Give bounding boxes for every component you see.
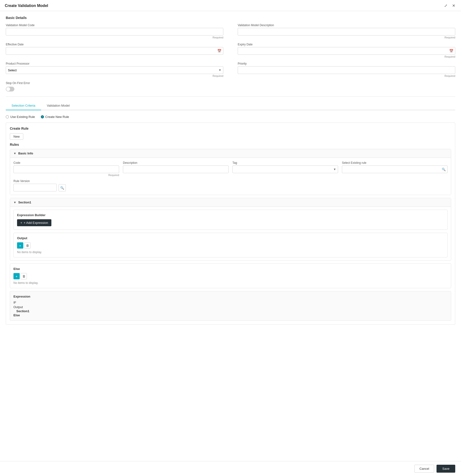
else-action-buttons: + 🗑	[13, 273, 448, 279]
description-label: Description	[123, 161, 229, 164]
priority-label: Priority	[238, 62, 455, 65]
section1-title: Section1	[18, 201, 31, 204]
rule-radio-group: Use Existing Rule Create New Rule	[6, 115, 455, 119]
tag-select[interactable]	[232, 165, 338, 173]
priority-required: Required	[238, 75, 455, 77]
product-processor-label: Product Processor	[6, 62, 223, 65]
output-title: Output	[17, 236, 444, 240]
select-existing-rule-group: Select Existing rule 🔍	[342, 161, 448, 177]
close-icon[interactable]: ✕	[451, 3, 456, 8]
effective-date-group: Effective Date September 30, 2020 📅	[6, 43, 223, 58]
basic-info-header[interactable]: ▼ Basic Info	[10, 149, 451, 158]
code-group: Code Required	[13, 161, 119, 177]
stop-on-first-error-toggle-wrapper	[6, 86, 455, 92]
new-button[interactable]: New	[10, 133, 23, 140]
output-add-button[interactable]: +	[17, 242, 23, 249]
section1-header[interactable]: ▼ Section1	[10, 198, 451, 207]
code-label: Code	[13, 161, 119, 164]
code-input[interactable]	[13, 165, 119, 173]
expression-builder-title: Expression Builder	[17, 213, 444, 217]
create-new-rule-label[interactable]: Create New Rule	[41, 115, 69, 119]
plus-icon-add-expression: +	[20, 221, 22, 225]
validation-model-code-group: Validation Model Code Required	[6, 24, 223, 39]
expression-preview-title: Expression	[13, 295, 448, 298]
modal-header: Create Validation Model ⤢ ✕	[0, 0, 461, 11]
modal-header-icons: ⤢ ✕	[443, 3, 456, 8]
expiry-date-label: Expiry Date	[238, 43, 455, 46]
product-processor-select[interactable]: Select	[6, 66, 223, 74]
use-existing-rule-radio[interactable]	[6, 115, 9, 119]
save-button[interactable]: Save	[436, 465, 455, 473]
tab-validation-model[interactable]: Validation Model	[41, 101, 75, 110]
stop-on-first-error-group: Stop On First Error	[6, 81, 455, 92]
description-group: Description	[123, 161, 229, 177]
tab-selection-criteria[interactable]: Selection Criteria	[6, 101, 41, 110]
create-validation-modal: Create Validation Model ⤢ ✕ Basic Detail…	[0, 0, 461, 476]
create-new-rule-radio[interactable]	[41, 115, 44, 119]
product-processor-group: Product Processor Select ▼ Required	[6, 62, 223, 77]
output-delete-button[interactable]: 🗑	[24, 242, 31, 249]
output-box: Output + 🗑 No items to display.	[13, 233, 448, 257]
expression-preview-box: Expression IF Output Section1 Else	[10, 291, 451, 321]
expression-output-label: Output	[13, 305, 448, 309]
expiry-date-input[interactable]	[238, 47, 455, 55]
priority-input[interactable]	[238, 66, 455, 74]
rule-version-label: Rule Version	[13, 179, 57, 183]
priority-group: Priority Required	[238, 62, 455, 77]
tag-select-wrapper: ▼	[232, 165, 338, 173]
chevron-down-icon-section1: ▼	[13, 201, 16, 204]
expression-if-label: IF	[13, 301, 448, 304]
effective-date-label: Effective Date	[6, 43, 223, 46]
select-existing-rule-label: Select Existing rule	[342, 161, 448, 164]
rules-section: Rules ▼ Basic Info Code Required	[10, 143, 451, 321]
basic-details-section: Basic Details Validation Model Code Requ…	[6, 16, 455, 92]
validation-model-description-required: Required	[238, 36, 455, 39]
basic-info-body: Code Required Description	[10, 158, 451, 195]
tabs-row: Selection Criteria Validation Model	[6, 101, 455, 110]
validation-model-code-input[interactable]	[6, 28, 223, 35]
validation-model-description-group: Validation Model Description Required	[238, 24, 455, 39]
effective-date-input[interactable]: September 30, 2020	[6, 47, 223, 55]
output-no-items-text: No items to display.	[17, 250, 444, 254]
create-rule-title: Create Rule	[10, 127, 451, 130]
basic-info-grid: Code Required Description	[13, 161, 448, 177]
else-add-button[interactable]: +	[13, 273, 20, 279]
select-existing-rule-input-wrapper: 🔍	[342, 165, 448, 173]
expression-section1-label: Section1	[16, 309, 448, 313]
code-required: Required	[13, 174, 119, 177]
use-existing-rule-label[interactable]: Use Existing Rule	[6, 115, 35, 119]
else-no-items-text: No items to display.	[13, 281, 448, 285]
rule-version-input[interactable]	[13, 184, 57, 191]
validation-model-code-required: Required	[6, 36, 223, 39]
basic-details-grid: Validation Model Code Required Validatio…	[6, 24, 455, 77]
basic-info-title: Basic Info	[18, 152, 33, 155]
expression-else-label: Else	[13, 314, 448, 317]
else-title: Else	[13, 267, 448, 271]
rule-version-search-button[interactable]: 🔍	[59, 184, 66, 191]
product-processor-select-wrapper: Select ▼	[6, 66, 223, 74]
resize-icon[interactable]: ⤢	[443, 3, 448, 8]
modal-footer: Cancel Save	[0, 461, 461, 476]
divider-1	[6, 96, 455, 97]
modal-title: Create Validation Model	[5, 4, 48, 8]
stop-on-first-error-label: Stop On First Error	[6, 81, 30, 85]
modal-body: Basic Details Validation Model Code Requ…	[0, 11, 461, 461]
search-icon-existing-rule: 🔍	[442, 168, 446, 171]
else-box: Else + 🗑 No items to display.	[10, 264, 451, 288]
chevron-down-icon-basic-info: ▼	[13, 152, 16, 155]
basic-info-section: ▼ Basic Info Code Required	[10, 149, 451, 195]
basic-details-title: Basic Details	[6, 16, 455, 20]
section1-collapsible: ▼ Section1 Expression Builder + + Add Ex…	[10, 198, 451, 261]
rule-version-group: Rule Version	[13, 179, 57, 191]
validation-model-description-input[interactable]	[238, 28, 455, 35]
output-action-buttons: + 🗑	[17, 242, 444, 249]
cancel-button[interactable]: Cancel	[414, 465, 434, 473]
else-delete-button[interactable]: 🗑	[21, 273, 27, 279]
description-input[interactable]	[123, 165, 229, 173]
expression-builder-box: Expression Builder + + Add Expression	[13, 210, 448, 230]
add-expression-button[interactable]: + + Add Expression	[17, 219, 51, 226]
rule-version-row: Rule Version 🔍	[13, 179, 448, 191]
stop-on-first-error-toggle[interactable]	[6, 87, 14, 92]
expiry-date-group: Expiry Date 📅 Required	[238, 43, 455, 58]
select-existing-rule-input[interactable]	[342, 165, 448, 173]
